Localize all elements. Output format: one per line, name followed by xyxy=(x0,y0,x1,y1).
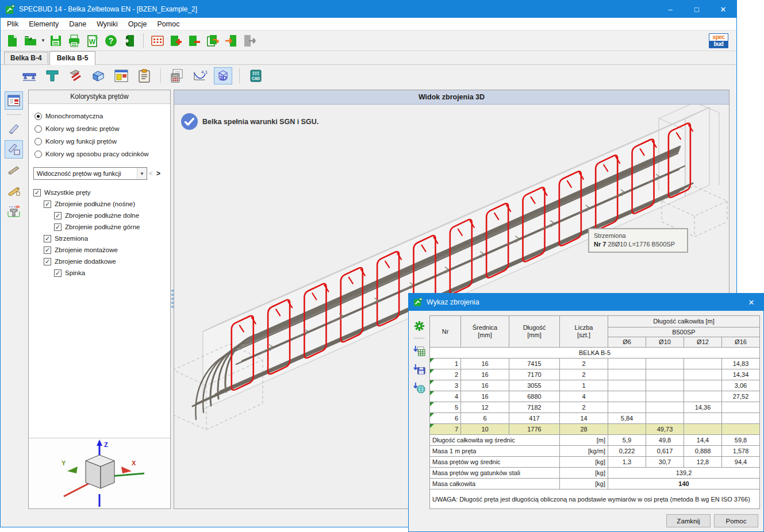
menu-wyniki[interactable]: Wyniki xyxy=(91,18,123,30)
dialog-export-save-button[interactable] xyxy=(412,361,427,376)
sidebar-bar-plain-button[interactable] xyxy=(5,182,23,200)
report-button[interactable] xyxy=(135,67,153,84)
tree-item-1[interactable]: ✓Zbrojenie podłużne (nośne) xyxy=(33,198,168,210)
zamknij-button[interactable]: Zamknij xyxy=(666,514,711,527)
reinforcement-edit-button[interactable] xyxy=(66,67,85,84)
menu-dane[interactable]: Dane xyxy=(64,18,91,30)
envelope-diagram-button[interactable]: 4,1 xyxy=(191,67,209,84)
delete-element-button[interactable] xyxy=(186,32,203,49)
rebar-row-7[interactable]: 71017762849,73 xyxy=(430,424,760,435)
rebar-row-2[interactable]: 2167170214,34 xyxy=(430,369,760,380)
tab-belka-b-5[interactable]: Belka B-5 xyxy=(49,51,96,65)
tree-item-label: Strzemiona xyxy=(55,235,88,242)
sidebar-edit-bar-button[interactable] xyxy=(5,119,23,138)
export-word-button[interactable]: W xyxy=(84,32,101,49)
checkbox-icon: ✓ xyxy=(54,223,62,231)
exit-app-button[interactable] xyxy=(121,32,138,49)
visibility-dropdown-value: Widoczność prętów wg funkcji xyxy=(37,170,121,177)
tree-item-3[interactable]: ✓Zbrojenie podłużne górne xyxy=(33,221,168,233)
radio-color-mode-2[interactable]: Kolory wg funkcji prętów xyxy=(34,135,166,148)
open-more-button[interactable]: ▼ xyxy=(40,32,47,49)
add-element-button[interactable] xyxy=(167,32,185,49)
tooltip-title: Strzemiona xyxy=(594,232,682,240)
sidebar-bar-solid-button[interactable] xyxy=(5,161,23,179)
bar-colors-panel: Kolorystyka prętów MonochromatycznaKolor… xyxy=(28,90,171,509)
col-header-1: Średnica[mm] xyxy=(461,316,509,348)
dialog-export-excel-button[interactable] xyxy=(412,343,427,358)
radio-color-mode-0[interactable]: Monochromatyczna xyxy=(34,110,166,122)
tree-item-5[interactable]: ✓Zbrojenie montażowe xyxy=(33,244,168,256)
menu-opcje[interactable]: Opcje xyxy=(123,18,152,30)
beam-scheme-button[interactable] xyxy=(20,67,39,84)
copy-element-button[interactable] xyxy=(204,32,221,49)
rebar-row-5[interactable]: 5127182214,36 xyxy=(430,402,760,413)
steel-grade-header: B500SP xyxy=(608,327,760,337)
dialog-close-button[interactable]: ✕ xyxy=(739,294,763,311)
visibility-dropdown[interactable]: Widoczność prętów wg funkcji ▼ xyxy=(33,167,147,180)
dialog-settings-button[interactable] xyxy=(412,318,427,333)
cell-len: 417 xyxy=(509,413,560,424)
menu-pomoc[interactable]: Pomoc xyxy=(152,18,185,30)
dialog-export-html-button[interactable] xyxy=(412,380,427,395)
tree-item-2[interactable]: ✓Zbrojenie podłużne dolne xyxy=(33,210,168,221)
results-window-button[interactable] xyxy=(112,67,130,84)
tree-item-6[interactable]: ✓Zbrojenie dodatkowe xyxy=(33,256,168,267)
sidebar-data-form-button[interactable] xyxy=(5,91,23,110)
print-button[interactable] xyxy=(66,32,83,49)
screen: SPECBUD 14 - Belka Żelbetowa EN - [BZEN_… xyxy=(0,0,764,532)
save-file-button[interactable] xyxy=(47,32,64,49)
new-document-button[interactable] xyxy=(3,32,21,49)
next-filter-arrow[interactable]: > xyxy=(155,169,162,178)
svg-text:3D: 3D xyxy=(220,75,227,82)
minimize-button[interactable]: – xyxy=(657,1,684,18)
section-3d-button[interactable] xyxy=(89,67,108,84)
cell-total xyxy=(684,358,722,369)
cell-total xyxy=(646,413,684,424)
rebar-row-3[interactable]: 316305513,06 xyxy=(430,380,760,391)
radio-color-mode-3[interactable]: Kolory wg sposobu pracy odcinków xyxy=(34,148,166,160)
cell-nr: 7 xyxy=(430,424,461,435)
svg-text:X: X xyxy=(132,460,136,467)
tree-item-4[interactable]: ✓Strzemiona xyxy=(33,233,168,244)
chevron-down-icon[interactable]: ▼ xyxy=(137,168,147,179)
cross-section-button[interactable] xyxy=(43,67,62,84)
elements-manager-button[interactable] xyxy=(149,32,166,49)
calculations-button[interactable] xyxy=(168,67,186,84)
cell-total xyxy=(646,402,684,413)
summary-value: 0,617 xyxy=(646,446,684,457)
radio-color-mode-1[interactable]: Kolory wg średnic prętów xyxy=(34,122,166,135)
cell-dia: 10 xyxy=(461,424,509,435)
cell-total xyxy=(646,369,684,380)
tree-item-0[interactable]: ✓Wszystkie pręty xyxy=(33,187,168,198)
rebar-row-6[interactable]: 66417145,84 xyxy=(430,413,760,424)
cell-count: 2 xyxy=(560,358,608,369)
tree-item-7[interactable]: ✓Spinka xyxy=(33,267,168,279)
open-file-button[interactable] xyxy=(22,32,39,49)
rebar-row-1[interactable]: 1167415214,83 xyxy=(430,358,760,369)
tab-belka-b-4[interactable]: Belka B-4 xyxy=(4,52,48,64)
menu-elementy[interactable]: Elementy xyxy=(24,18,64,30)
pomoc-button[interactable]: Pomoc xyxy=(714,514,758,527)
axis-indicator: ZYX xyxy=(29,438,170,508)
tree-item-label: Zbrojenie montażowe xyxy=(55,246,118,253)
prev-filter-arrow[interactable]: < xyxy=(147,169,155,178)
svg-text:CAD: CAD xyxy=(252,76,260,80)
col-header-3: Liczba[szt.] xyxy=(560,316,608,348)
rebar-row-4[interactable]: 4166880427,52 xyxy=(430,391,760,402)
help-button[interactable]: ? xyxy=(102,32,120,49)
cell-total xyxy=(722,413,760,424)
menu-plik[interactable]: Plik xyxy=(2,18,24,30)
previous-element-button[interactable] xyxy=(222,32,240,49)
view-3d-button[interactable]: 3D xyxy=(214,67,232,84)
maximize-button[interactable]: □ xyxy=(684,1,710,18)
col-header-2: Długość[mm] xyxy=(509,316,560,348)
cell-total: 14,36 xyxy=(684,402,722,413)
export-cad-button[interactable]: CAD xyxy=(247,67,265,84)
menu-bar: PlikElementyDaneWynikiOpcjePomoc xyxy=(1,18,736,30)
sidebar-edit-bar-box-button[interactable] xyxy=(5,140,23,159)
sidebar-section-dimensions-button[interactable] xyxy=(5,202,23,221)
close-button[interactable]: ✕ xyxy=(710,1,736,18)
tree-item-label: Spinka xyxy=(65,269,85,276)
cell-count: 28 xyxy=(560,424,608,435)
next-element-button[interactable] xyxy=(241,32,258,49)
